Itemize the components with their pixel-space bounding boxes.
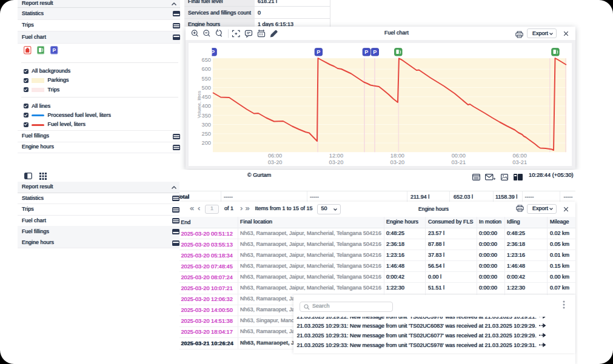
- svg-text:P: P: [373, 49, 377, 55]
- svg-text:400: 400: [201, 103, 211, 109]
- svg-text:P: P: [211, 49, 215, 55]
- svg-text:03-21: 03-21: [512, 159, 527, 165]
- svg-text:P: P: [364, 49, 368, 55]
- svg-text:250: 250: [201, 131, 211, 137]
- svg-text:200: 200: [201, 140, 211, 146]
- svg-text:Volume, litres: Volume, litres: [196, 90, 202, 117]
- svg-text:350: 350: [201, 112, 211, 118]
- svg-text:03-21: 03-21: [451, 159, 466, 165]
- svg-text:18:00: 18:00: [390, 153, 404, 159]
- svg-text:500: 500: [201, 84, 211, 90]
- svg-text:00:00: 00:00: [452, 153, 466, 159]
- svg-text:650: 650: [201, 57, 211, 63]
- svg-text:06:00: 06:00: [513, 153, 527, 159]
- svg-text:600: 600: [201, 66, 211, 72]
- svg-text:03-20: 03-20: [390, 159, 405, 165]
- svg-text:550: 550: [201, 75, 211, 81]
- svg-text:300: 300: [201, 121, 211, 127]
- svg-text:06:00: 06:00: [268, 153, 282, 159]
- svg-text:12:00: 12:00: [329, 153, 343, 159]
- svg-text:P: P: [52, 47, 56, 53]
- svg-text:03-20: 03-20: [268, 159, 283, 165]
- svg-text:03-20: 03-20: [329, 159, 344, 165]
- svg-text:P: P: [317, 49, 320, 55]
- svg-text:450: 450: [201, 94, 211, 100]
